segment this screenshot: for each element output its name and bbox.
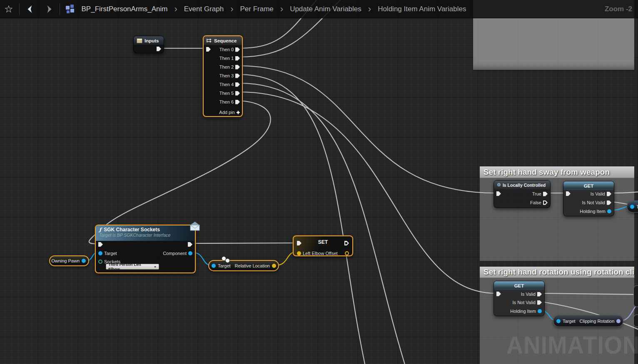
breadcrumb-item-event-graph[interactable]: Event Graph	[184, 5, 224, 13]
get-bottom-isvalid-label: Is Valid	[521, 292, 536, 297]
set-value-out-pin[interactable]	[345, 251, 349, 255]
sequence-then5-pin[interactable]	[235, 91, 240, 96]
sequence-then2-pin[interactable]	[235, 65, 240, 69]
clippingrotation-target-pin[interactable]	[556, 319, 561, 323]
set-value-in-pin[interactable]	[297, 251, 301, 255]
get-top-isvalid-label: Is Valid	[591, 191, 605, 196]
breadcrumb-item-holding-item-anim-variables[interactable]: Holding Item Anim Variables	[378, 5, 466, 13]
sequence-then1-label: Then 1	[219, 56, 234, 61]
node-sequence[interactable]: Sequence Then 0 Then 1 Then 2 Then 3 The…	[203, 35, 243, 117]
chevron-right-icon: ›	[280, 5, 283, 14]
get-bottom-holdingitem-pin[interactable]	[538, 309, 542, 313]
zoom-level-indicator: Zoom -2	[605, 5, 632, 13]
sequence-then6-pin[interactable]	[235, 100, 240, 104]
chevron-right-icon: ›	[368, 5, 371, 14]
wire-gettop-isvalid-offscreen	[611, 192, 638, 193]
sequence-then0-pin[interactable]	[235, 47, 240, 52]
get-top-isnotvalid-pin[interactable]	[607, 201, 611, 205]
sgk-component-label: Component	[163, 251, 187, 256]
inputs-title: Inputs	[145, 38, 159, 43]
node-is-locally-controlled[interactable]: ⚙ Is Locally Controlled True False	[493, 180, 551, 208]
ilc-false-pin[interactable]	[543, 201, 548, 205]
relativelocation-target-pin[interactable]	[212, 264, 216, 268]
breadcrumb-item-per-frame[interactable]: Per Frame	[240, 5, 274, 13]
inputs-icon	[137, 38, 142, 43]
sequence-exec-in-pin[interactable]	[206, 47, 211, 52]
edge-capsule-in-pin[interactable]	[630, 205, 634, 209]
sequence-then3-label: Then 3	[219, 73, 234, 78]
back-arrow-icon[interactable]	[25, 4, 36, 14]
node-get-bottom[interactable]: GET Is Valid Is Not Valid Holding Item	[493, 281, 545, 316]
chevron-right-icon: ›	[230, 5, 233, 14]
get-top-title: GET	[584, 183, 594, 188]
sgk-component-pin[interactable]	[188, 251, 192, 255]
get-bottom-isvalid-pin[interactable]	[537, 292, 542, 297]
sgk-exec-in-pin[interactable]	[98, 242, 103, 247]
edge-capsule-label: Target	[636, 204, 638, 209]
sgk-target-label: Target	[104, 251, 117, 256]
reroute-knot-dot[interactable]	[225, 258, 230, 263]
get-bottom-holdingitem-label: Holding Item	[510, 309, 536, 314]
wire-sgk-to-set	[192, 243, 297, 243]
interface-message-envelope-icon	[189, 221, 201, 231]
sgk-sockets-pin[interactable]	[98, 260, 102, 264]
set-title: SET	[294, 239, 352, 245]
relativelocation-output-label: Relative Location	[235, 263, 270, 268]
node-sgk-character-sockets[interactable]: ƒ SGK Character Sockets Target is BP SGK…	[95, 225, 196, 273]
sequence-then1-pin[interactable]	[235, 56, 240, 61]
sequence-then6-label: Then 6	[219, 99, 234, 104]
owning-pawn-out-pin[interactable]	[82, 259, 86, 263]
add-pin-icon[interactable]: ✚	[237, 110, 240, 115]
chevron-right-icon: ›	[174, 5, 177, 14]
get-bottom-title: GET	[514, 283, 524, 288]
ilc-true-pin[interactable]	[543, 192, 548, 196]
node-inputs[interactable]: Inputs	[133, 36, 164, 53]
wire-then2-to-islocallycontrolled	[239, 66, 496, 193]
sockets-dropdown[interactable]: Third Person Left Elbow ▼	[106, 264, 159, 270]
ilc-exec-in-pin[interactable]	[496, 191, 501, 196]
dropdown-caret-icon: ▼	[154, 265, 157, 268]
relativelocation-target-label: Target	[218, 263, 231, 268]
get-top-isnotvalid-label: Is Not Valid	[582, 200, 605, 205]
sgk-exec-out-pin[interactable]	[188, 242, 192, 247]
forward-arrow-icon[interactable]	[43, 4, 54, 14]
toolbar-divider	[60, 3, 60, 15]
sequence-then0-label: Then 0	[219, 47, 234, 52]
sgk-subtitle: Target is BP SGKCharacter Interface	[99, 233, 192, 238]
get-bottom-isnotvalid-label: Is Not Valid	[513, 300, 536, 305]
node-get-top[interactable]: GET Is Valid Is Not Valid Holding Item	[563, 181, 614, 216]
wire-getbottom-isvalid-offscreen	[541, 293, 638, 295]
node-partial-right-2[interactable]	[633, 314, 638, 327]
node-get-relative-location[interactable]: Target Relative Location	[208, 260, 279, 271]
get-top-holdingitem-pin[interactable]	[607, 209, 611, 213]
ilc-false-label: False	[530, 200, 541, 205]
toolbar-divider	[19, 3, 20, 15]
set-pin-label: Left Elbow Offset	[303, 251, 338, 256]
get-bottom-isnotvalid-pin[interactable]	[537, 300, 542, 305]
sockets-dropdown-value: Third Person Left Elbow	[108, 262, 154, 271]
sequence-then5-label: Then 5	[219, 91, 234, 96]
node-owning-pawn[interactable]: Owning Pawn	[49, 255, 89, 266]
blueprint-asset-icon	[66, 5, 75, 14]
breadcrumb-item-update-anim-variables[interactable]: Update Anim Variables	[290, 5, 361, 13]
node-set-left-elbow-offset[interactable]: SET Left Elbow Offset	[293, 235, 353, 256]
get-top-isvalid-pin[interactable]	[607, 192, 611, 196]
get-bottom-exec-in-pin[interactable]	[496, 292, 501, 296]
sequence-then4-pin[interactable]	[235, 82, 240, 87]
sequence-then3-pin[interactable]	[235, 74, 240, 78]
wire-then3-offscreen-bottom	[239, 74, 369, 364]
node-partial-right-1[interactable]	[633, 285, 638, 307]
sgk-target-pin[interactable]	[98, 251, 102, 255]
breadcrumb-bar: ☆ BP_FirstPersonArms_Anim › Event Graph …	[0, 0, 638, 18]
blueprint-graph-canvas[interactable]: Set right hand sway from weapon Set righ…	[0, 0, 638, 364]
node-get-clipping-rotation[interactable]: Target Clipping Rotation	[553, 315, 623, 327]
breadcrumb-item-asset[interactable]: BP_FirstPersonArms_Anim	[82, 5, 168, 13]
relativelocation-output-pin[interactable]	[272, 264, 276, 268]
clippingrotation-target-label: Target	[563, 319, 576, 324]
node-edge-capsule-partial[interactable]: Target	[627, 201, 638, 213]
clippingrotation-output-pin[interactable]	[616, 319, 621, 323]
get-top-exec-in-pin[interactable]	[566, 191, 571, 196]
gear-icon: ⚙	[497, 182, 501, 188]
inputs-exec-out-pin[interactable]	[157, 47, 161, 51]
favorite-star-icon[interactable]: ☆	[4, 4, 13, 14]
